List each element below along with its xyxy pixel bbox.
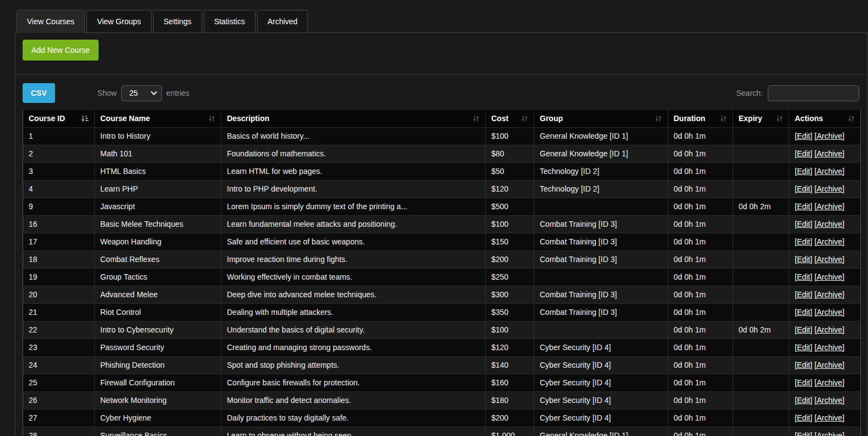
column-label: Actions bbox=[795, 114, 823, 123]
edit-link[interactable]: [Edit] bbox=[795, 325, 812, 334]
group-cell: Combat Training [ID 3] bbox=[534, 233, 668, 251]
group-cell: Technology [ID 2] bbox=[534, 181, 668, 198]
divider bbox=[15, 74, 867, 75]
tab-statistics[interactable]: Statistics bbox=[204, 10, 256, 33]
description-cell: Basics of world history... bbox=[221, 128, 486, 145]
edit-link[interactable]: [Edit] bbox=[795, 396, 812, 405]
edit-link[interactable]: [Edit] bbox=[795, 255, 812, 264]
archive-link[interactable]: [Archive] bbox=[815, 325, 844, 334]
column-header-actions[interactable]: Actions bbox=[789, 110, 861, 128]
archive-link[interactable]: [Archive] bbox=[815, 431, 844, 436]
description-cell: Monitor traffic and detect anomalies. bbox=[221, 392, 486, 410]
archive-link[interactable]: [Archive] bbox=[815, 413, 844, 422]
course-id-cell: 18 bbox=[23, 251, 95, 269]
table-row: 1Intro to HistoryBasics of world history… bbox=[23, 128, 861, 145]
expiry-cell bbox=[733, 339, 789, 357]
cost-cell: $250 bbox=[486, 269, 534, 286]
table-row: 4Learn PHPIntro to PHP development.$120T… bbox=[23, 181, 861, 198]
course-id-cell: 2 bbox=[23, 145, 95, 163]
archive-link[interactable]: [Archive] bbox=[815, 132, 844, 140]
column-header-group[interactable]: Group bbox=[534, 110, 668, 128]
cost-cell: $200 bbox=[486, 251, 534, 269]
edit-link[interactable]: [Edit] bbox=[795, 308, 812, 317]
column-header-course-name[interactable]: Course Name bbox=[95, 110, 221, 128]
edit-link[interactable]: [Edit] bbox=[795, 361, 812, 369]
archive-link[interactable]: [Archive] bbox=[815, 149, 844, 158]
archive-link[interactable]: [Archive] bbox=[815, 290, 844, 299]
archive-link[interactable]: [Archive] bbox=[815, 237, 844, 246]
archive-link[interactable]: [Archive] bbox=[815, 396, 844, 405]
tab-settings[interactable]: Settings bbox=[153, 10, 202, 33]
edit-link[interactable]: [Edit] bbox=[795, 202, 812, 211]
archive-link[interactable]: [Archive] bbox=[815, 184, 844, 193]
edit-link[interactable]: [Edit] bbox=[795, 184, 812, 193]
column-label: Expiry bbox=[739, 114, 762, 123]
course-id-cell: 1 bbox=[23, 128, 95, 145]
archive-link[interactable]: [Archive] bbox=[815, 308, 844, 317]
tab-view-courses[interactable]: View Courses bbox=[17, 10, 85, 33]
description-cell: Creating and managing strong passwords. bbox=[221, 339, 486, 357]
tab-archived[interactable]: Archived bbox=[257, 10, 308, 33]
duration-cell: 0d 0h 1m bbox=[668, 163, 733, 181]
edit-link[interactable]: [Edit] bbox=[795, 220, 812, 228]
archive-link[interactable]: [Archive] bbox=[815, 255, 844, 264]
edit-link[interactable]: [Edit] bbox=[795, 167, 812, 176]
table-row: 9JavascriptLorem Ipsum is simply dummy t… bbox=[23, 198, 861, 216]
description-cell: Working effectively in combat teams. bbox=[221, 269, 486, 286]
archive-link[interactable]: [Archive] bbox=[815, 220, 844, 228]
course-id-cell: 25 bbox=[23, 374, 95, 392]
archive-link[interactable]: [Archive] bbox=[815, 272, 844, 281]
course-name-cell: Surveillance Basics bbox=[95, 427, 221, 436]
column-header-cost[interactable]: Cost bbox=[486, 110, 534, 128]
add-new-course-button[interactable]: Add New Course bbox=[23, 40, 99, 61]
csv-export-button[interactable]: CSV bbox=[23, 83, 55, 103]
column-header-course-id[interactable]: Course ID bbox=[23, 110, 95, 128]
expiry-cell bbox=[733, 128, 789, 145]
archive-link[interactable]: [Archive] bbox=[815, 167, 844, 176]
column-header-description[interactable]: Description bbox=[221, 110, 486, 128]
column-header-duration[interactable]: Duration bbox=[668, 110, 733, 128]
edit-link[interactable]: [Edit] bbox=[795, 413, 812, 422]
group-cell bbox=[534, 321, 668, 339]
edit-link[interactable]: [Edit] bbox=[795, 149, 812, 158]
show-label: Show bbox=[97, 89, 117, 97]
course-name-cell: Intro to Cybersecurity bbox=[95, 321, 221, 339]
archive-link[interactable]: [Archive] bbox=[815, 361, 844, 369]
column-label: Group bbox=[540, 114, 563, 123]
edit-link[interactable]: [Edit] bbox=[795, 378, 812, 387]
page-size-select-wrapper: 25 bbox=[121, 85, 162, 101]
edit-link[interactable]: [Edit] bbox=[795, 343, 812, 352]
edit-link[interactable]: [Edit] bbox=[795, 272, 812, 281]
table-row: 27Cyber HygieneDaily practices to stay d… bbox=[23, 410, 861, 427]
duration-cell: 0d 0h 1m bbox=[668, 269, 733, 286]
edit-link[interactable]: [Edit] bbox=[795, 290, 812, 299]
tab-view-groups[interactable]: View Groups bbox=[86, 10, 151, 33]
sort-both-icon bbox=[208, 115, 215, 122]
edit-link[interactable]: [Edit] bbox=[795, 431, 812, 436]
sort-both-icon bbox=[776, 115, 783, 122]
course-id-cell: 9 bbox=[23, 198, 95, 216]
column-header-expiry[interactable]: Expiry bbox=[733, 110, 789, 128]
table-row: 19Group TacticsWorking effectively in co… bbox=[23, 269, 861, 286]
table-row: 2Math 101Foundations of mathematics.$80G… bbox=[23, 145, 861, 163]
course-name-cell: Group Tactics bbox=[95, 269, 221, 286]
search-label: Search: bbox=[736, 89, 763, 97]
search-input[interactable] bbox=[768, 85, 859, 101]
description-cell: Deep dive into advanced melee techniques… bbox=[221, 286, 486, 304]
column-label: Course ID bbox=[29, 114, 65, 123]
page-size-select[interactable]: 25 bbox=[121, 85, 162, 101]
archive-link[interactable]: [Archive] bbox=[815, 378, 844, 387]
course-id-cell: 26 bbox=[23, 392, 95, 410]
course-id-cell: 4 bbox=[23, 181, 95, 198]
courses-table: Course IDCourse NameDescriptionCostGroup… bbox=[23, 110, 861, 436]
course-id-cell: 20 bbox=[23, 286, 95, 304]
sort-both-icon bbox=[655, 115, 662, 122]
group-cell: Technology [ID 2] bbox=[534, 163, 668, 181]
archive-link[interactable]: [Archive] bbox=[815, 343, 844, 352]
table-row: 24Phishing DetectionSpot and stop phishi… bbox=[23, 357, 861, 374]
description-cell: Learn HTML for web pages. bbox=[221, 163, 486, 181]
archive-link[interactable]: [Archive] bbox=[815, 202, 844, 211]
edit-link[interactable]: [Edit] bbox=[795, 237, 812, 246]
edit-link[interactable]: [Edit] bbox=[795, 132, 812, 140]
course-name-cell: Learn PHP bbox=[95, 181, 221, 198]
